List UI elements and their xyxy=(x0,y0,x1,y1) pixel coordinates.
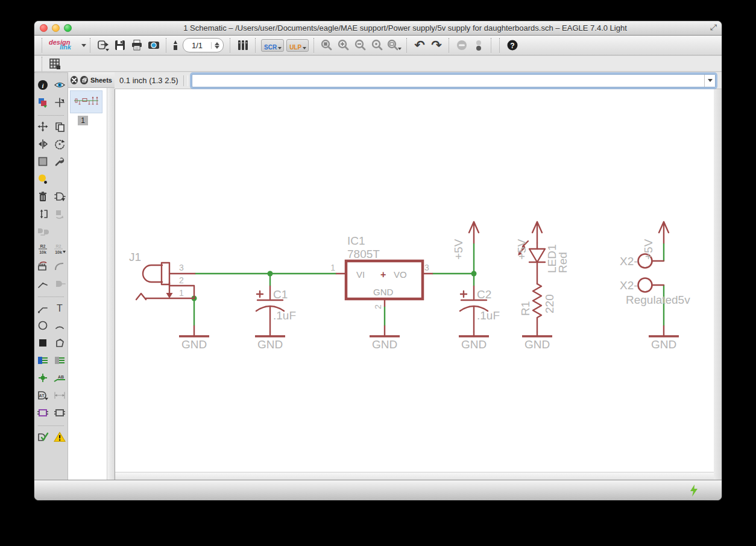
schematic-canvas[interactable]: J1 3 2 1 xyxy=(115,89,714,480)
zoom-redraw-button[interactable] xyxy=(386,37,403,54)
bus-tool-button[interactable] xyxy=(36,353,50,368)
sheets-scrollbar[interactable] xyxy=(107,88,115,480)
arc-tool-button[interactable] xyxy=(52,318,67,333)
horizontal-scrollbar[interactable] xyxy=(115,472,714,480)
value-tool-button[interactable]: R210k xyxy=(52,242,67,256)
gateswap-tool-button[interactable] xyxy=(36,224,50,239)
info-tool-button[interactable]: i xyxy=(36,78,50,92)
zoom-out-button[interactable] xyxy=(352,37,369,54)
pin-number: 1 xyxy=(330,263,335,272)
dimension-tool-button[interactable] xyxy=(52,388,67,403)
export-image-button[interactable] xyxy=(145,37,162,54)
sheet-thumbnail[interactable] xyxy=(70,90,102,113)
sheet-number-badge[interactable]: 1 xyxy=(78,116,88,125)
command-input[interactable] xyxy=(192,75,704,87)
errors-tool-button[interactable] xyxy=(52,430,67,444)
x2-2-pad[interactable]: X2-2 Regulated5v xyxy=(620,278,690,307)
plus5v-symbol[interactable]: +5V xyxy=(452,222,479,260)
attribute-tool-button[interactable]: AT xyxy=(36,388,50,403)
zoom-window-button[interactable] xyxy=(64,24,72,32)
run-script-button[interactable]: SCR xyxy=(261,39,284,52)
fullscreen-icon[interactable]: ⤢ xyxy=(710,22,717,33)
move-tool-button[interactable] xyxy=(36,119,50,134)
redo-button[interactable]: ↷ xyxy=(428,37,445,54)
save-button[interactable] xyxy=(112,37,128,54)
command-history-dropdown-button[interactable] xyxy=(704,75,715,87)
supply-label: GND xyxy=(524,338,550,351)
undo-button[interactable]: ↶ xyxy=(411,37,428,54)
change-tool-button[interactable] xyxy=(52,154,67,169)
net-wires[interactable] xyxy=(192,243,664,326)
erc-tool-button[interactable] xyxy=(36,430,50,444)
schematic-drawing: J1 3 2 1 xyxy=(115,89,714,472)
miter-tool-button[interactable] xyxy=(52,259,67,274)
net-tool-button[interactable] xyxy=(52,353,67,368)
polygon-tool-button[interactable] xyxy=(52,336,67,350)
name-tool-button[interactable]: R210k xyxy=(36,242,50,256)
command-combobox[interactable] xyxy=(192,74,716,87)
plus5v-symbol[interactable]: +5V xyxy=(642,222,669,260)
print-button[interactable] xyxy=(128,37,145,54)
open-file-icon xyxy=(96,39,110,52)
sheet-page-spinner[interactable]: 1/1 xyxy=(183,38,224,52)
copy-tool-button[interactable] xyxy=(52,119,67,134)
zoom-in-button[interactable] xyxy=(335,37,352,54)
c2-capacitor[interactable]: C2 .1uF xyxy=(460,286,500,332)
delete-tool-button[interactable] xyxy=(36,189,50,204)
zoom-fit-button[interactable] xyxy=(318,37,335,54)
smash-tool-button[interactable] xyxy=(36,259,50,274)
group-tool-button[interactable] xyxy=(36,154,50,169)
help-button[interactable]: ? xyxy=(504,37,521,54)
mark-tool-button[interactable] xyxy=(52,95,67,110)
circle-tool-button[interactable] xyxy=(36,318,50,333)
title-bar[interactable]: 1 Schematic – /Users/user/Documents/eagl… xyxy=(34,21,722,36)
add-part-tool-button[interactable] xyxy=(52,189,67,204)
display-layers-tool-button[interactable] xyxy=(36,95,50,110)
text-tool-button[interactable]: T xyxy=(52,301,67,315)
run-ulp-button[interactable]: ULP xyxy=(286,39,309,52)
label-tool-button[interactable]: AB xyxy=(52,371,67,385)
library-manager-button[interactable] xyxy=(235,37,251,54)
float-panel-button[interactable] xyxy=(80,76,87,84)
frame-tool-button[interactable] xyxy=(36,406,50,420)
junction-tool-button[interactable] xyxy=(36,371,50,385)
show-tool-button[interactable] xyxy=(52,78,67,92)
pinswap-tool-button[interactable] xyxy=(36,207,50,221)
close-window-button[interactable] xyxy=(40,24,48,32)
palette-divider xyxy=(38,115,64,116)
frame-outline-tool-button[interactable] xyxy=(52,406,67,420)
gnd-symbol[interactable]: GND xyxy=(370,326,400,351)
r1-resistor[interactable]: R1 220 xyxy=(519,284,556,332)
gnd-symbol[interactable]: GND xyxy=(179,326,209,351)
gnd-symbol[interactable]: GND xyxy=(522,332,552,351)
desktop-background: 1 Schematic – /Users/user/Documents/eagl… xyxy=(0,0,756,546)
pinswap-icon xyxy=(37,209,48,219)
j1-connector[interactable]: J1 3 2 1 xyxy=(129,251,195,300)
rotate-tool-button[interactable] xyxy=(52,137,67,151)
run-status-button[interactable] xyxy=(470,37,487,54)
replace-tool-button[interactable] xyxy=(52,207,67,221)
rect-tool-button[interactable] xyxy=(36,336,50,350)
wire-tool-button[interactable] xyxy=(36,301,50,315)
miter-icon xyxy=(54,261,65,272)
grid-button[interactable] xyxy=(46,55,63,72)
spinner-arrows-icon[interactable] xyxy=(211,42,219,49)
vertical-scrollbar[interactable] xyxy=(714,89,722,480)
open-button[interactable] xyxy=(95,37,112,54)
gnd-symbol[interactable]: GND xyxy=(255,332,285,351)
mirror-tool-button[interactable] xyxy=(36,137,50,151)
toolbar-drag-handle xyxy=(42,57,43,71)
invoke-tool-button[interactable] xyxy=(52,277,67,291)
paint-tool-button[interactable] xyxy=(36,172,50,186)
stop-button[interactable] xyxy=(453,37,470,54)
design-link-button[interactable]: design link xyxy=(46,37,86,53)
gnd-symbol[interactable]: GND xyxy=(649,326,679,351)
zoom-select-button[interactable] xyxy=(369,37,386,54)
c1-capacitor[interactable]: C1 .1uF xyxy=(256,286,296,332)
sheet-selector-button[interactable] xyxy=(171,37,180,54)
close-panel-button[interactable] xyxy=(71,76,78,84)
ic1-regulator[interactable]: IC1 7805T VI + VO GND 1 3 2 xyxy=(330,234,432,309)
gnd-symbol[interactable]: GND xyxy=(459,332,489,351)
split-tool-button[interactable] xyxy=(36,277,50,291)
minimize-window-button[interactable] xyxy=(52,24,60,32)
